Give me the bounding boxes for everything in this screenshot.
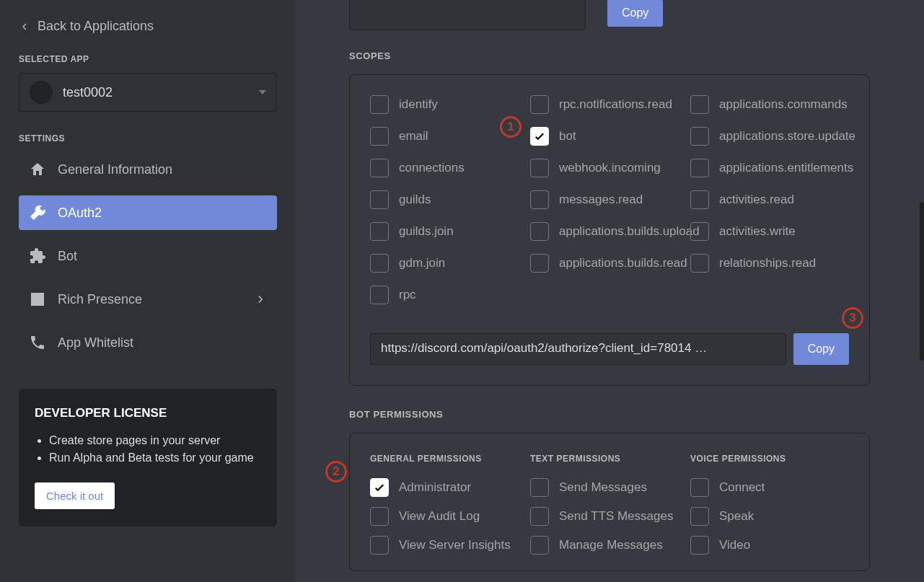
perm-send-messages[interactable]: Send Messages xyxy=(530,478,690,497)
perm-view-server-insights[interactable]: View Server Insights xyxy=(370,536,530,555)
redirect-url-input[interactable] xyxy=(349,0,586,30)
nav-label: Bot xyxy=(58,249,77,264)
selected-app-label: SELECTED APP xyxy=(19,54,277,64)
settings-nav: General Information OAuth2 Bot Rich Pres… xyxy=(19,152,277,360)
scope-label: messages.read xyxy=(559,193,643,207)
checkbox-icon[interactable] xyxy=(690,159,709,177)
checkbox-icon[interactable] xyxy=(370,478,389,497)
checkbox-icon[interactable] xyxy=(690,536,709,555)
scope-identify[interactable]: identify xyxy=(370,95,530,114)
checkbox-icon[interactable] xyxy=(530,478,549,497)
checkbox-icon[interactable] xyxy=(370,159,389,177)
scope-grid: identify rpc.notifications.read applicat… xyxy=(370,95,849,304)
scope-guilds[interactable]: guilds xyxy=(370,190,530,209)
developer-license-card: DEVELOPER LICENSE Create store pages in … xyxy=(19,389,277,526)
scope-applications-builds-upload[interactable]: applications.builds.upload xyxy=(530,222,690,241)
nav-app-whitelist[interactable]: App Whitelist xyxy=(19,325,277,360)
checkbox-icon[interactable] xyxy=(530,222,549,241)
annotation-3: 3 xyxy=(842,307,863,329)
perm-administrator[interactable]: Administrator xyxy=(370,478,530,497)
checkbox-icon[interactable] xyxy=(370,507,389,526)
oauth-url-input[interactable]: https://discord.com/api/oauth2/authorize… xyxy=(370,333,786,365)
checkbox-icon[interactable] xyxy=(530,95,549,114)
checkbox-icon[interactable] xyxy=(690,507,709,526)
checkbox-icon[interactable] xyxy=(690,127,709,146)
scope-applications-builds-read[interactable]: applications.builds.read xyxy=(530,254,690,273)
checkbox-icon[interactable] xyxy=(530,507,549,526)
app-avatar-icon xyxy=(30,81,53,104)
bot-permissions-label: BOT PERMISSIONS xyxy=(349,409,924,420)
scope-bot[interactable]: 1 bot xyxy=(530,127,690,146)
annotation-2: 2 xyxy=(325,461,347,482)
checkbox-icon[interactable] xyxy=(370,536,389,555)
settings-label: SETTINGS xyxy=(19,133,277,144)
nav-label: App Whitelist xyxy=(58,335,133,350)
nav-rich-presence[interactable]: Rich Presence xyxy=(19,282,277,317)
perm-view-audit-log[interactable]: View Audit Log xyxy=(370,507,530,526)
nav-bot[interactable]: Bot xyxy=(19,239,277,273)
checkbox-icon[interactable] xyxy=(690,254,709,273)
scrollbar[interactable] xyxy=(920,202,924,361)
scope-gdm-join[interactable]: gdm.join xyxy=(370,254,530,273)
checkbox-icon[interactable] xyxy=(370,286,389,304)
scope-email[interactable]: email xyxy=(370,127,530,146)
dev-license-bullet: Create store pages in your server xyxy=(49,432,261,449)
checkbox-icon[interactable] xyxy=(690,190,709,209)
nav-general-information[interactable]: General Information xyxy=(19,152,277,187)
back-to-applications-link[interactable]: Back to Applications xyxy=(19,19,277,34)
perm-video[interactable]: Video xyxy=(690,536,850,555)
scope-activities-write[interactable]: activities.write xyxy=(690,222,850,241)
oauth-url-row: https://discord.com/api/oauth2/authorize… xyxy=(370,333,849,365)
chevron-down-icon xyxy=(259,90,266,94)
checkbox-icon[interactable] xyxy=(690,478,709,497)
scope-connections[interactable]: connections xyxy=(370,159,530,177)
scope-applications-store-update[interactable]: applications.store.update xyxy=(690,127,850,146)
scope-messages-read[interactable]: messages.read xyxy=(530,190,690,209)
perm-connect[interactable]: Connect xyxy=(690,478,850,497)
perm-speak[interactable]: Speak xyxy=(690,507,850,526)
checkbox-icon[interactable] xyxy=(370,222,389,241)
copy-button-top[interactable]: Copy xyxy=(607,0,663,27)
chevron-right-icon xyxy=(254,293,267,306)
voice-permissions-column: VOICE PERMISSIONS Connect Speak Video xyxy=(690,454,850,565)
scope-activities-read[interactable]: activities.read xyxy=(690,190,850,209)
nav-oauth2[interactable]: OAuth2 xyxy=(19,195,277,230)
scope-label: applications.entitlements xyxy=(719,161,853,175)
scope-rpc[interactable]: rpc xyxy=(370,286,530,304)
scope-applications-commands[interactable]: applications.commands xyxy=(690,95,850,114)
text-permissions-label: TEXT PERMISSIONS xyxy=(530,454,690,464)
perm-label: View Audit Log xyxy=(399,509,480,524)
checkbox-icon[interactable] xyxy=(370,190,389,209)
scope-webhook-incoming[interactable]: webhook.incoming xyxy=(530,159,690,177)
checkbox-icon[interactable] xyxy=(530,254,549,273)
perm-label: Administrator xyxy=(399,480,471,495)
checkbox-icon[interactable] xyxy=(690,95,709,114)
checkbox-icon[interactable] xyxy=(530,127,549,146)
text-permissions-column: TEXT PERMISSIONS Send Messages Send TTS … xyxy=(530,454,690,565)
perm-label: View Server Insights xyxy=(399,538,511,552)
scope-applications-entitlements[interactable]: applications.entitlements xyxy=(690,159,850,177)
checkbox-icon[interactable] xyxy=(530,159,549,177)
perm-manage-messages[interactable]: Manage Messages xyxy=(530,536,690,555)
general-permissions-label: GENERAL PERMISSIONS xyxy=(370,454,530,464)
checkbox-icon[interactable] xyxy=(530,190,549,209)
copy-url-button[interactable]: Copy xyxy=(793,333,849,365)
scope-relationships-read[interactable]: relationships.read xyxy=(690,254,850,273)
nav-label: General Information xyxy=(58,162,172,177)
scope-label: rpc.notifications.read xyxy=(559,97,672,112)
home-icon xyxy=(29,161,46,178)
sidebar: Back to Applications SELECTED APP test00… xyxy=(0,0,296,582)
phone-icon xyxy=(29,334,46,351)
perm-send-tts-messages[interactable]: Send TTS Messages xyxy=(530,507,690,526)
scope-guilds-join[interactable]: guilds.join xyxy=(370,222,530,241)
checkbox-icon[interactable] xyxy=(690,222,709,241)
checkbox-icon[interactable] xyxy=(530,536,549,555)
checkbox-icon[interactable] xyxy=(370,127,389,146)
perm-label: Send TTS Messages xyxy=(559,509,673,524)
check-it-out-button[interactable]: Check it out xyxy=(35,482,115,509)
scope-rpc-notifications-read[interactable]: rpc.notifications.read xyxy=(530,95,690,114)
checkbox-icon[interactable] xyxy=(370,254,389,273)
checkbox-icon[interactable] xyxy=(370,95,389,114)
scope-label: webhook.incoming xyxy=(559,161,661,175)
app-selector[interactable]: test0002 xyxy=(19,73,277,112)
